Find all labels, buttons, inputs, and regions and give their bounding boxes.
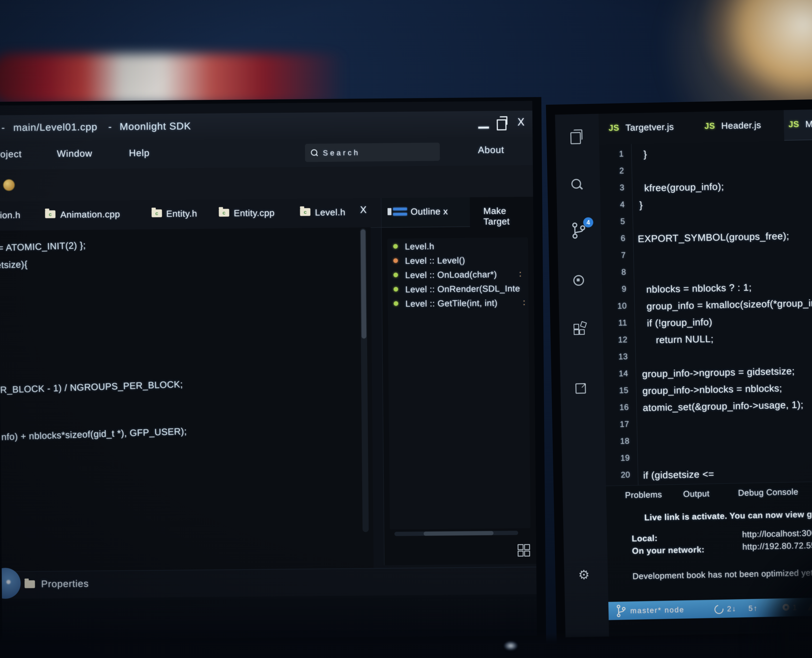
right-monitor-screen: 4 ↗ ⚙ JS Targetver.js JS Header.js JS xyxy=(555,107,812,638)
search-input[interactable]: Search xyxy=(305,143,440,162)
outline-item-label: Level :: GetTile(int, int) xyxy=(405,298,498,309)
menu-about[interactable]: About xyxy=(478,144,504,155)
outline-item-label: Level :: Level() xyxy=(405,255,465,266)
js-file-icon: JS xyxy=(789,119,799,129)
left-monitor: - main/Level01.cpp - Moonlight SDK X roj… xyxy=(0,97,546,648)
terminal-network-label: On your network: xyxy=(632,545,705,556)
panel-empty-area xyxy=(2,594,537,641)
line-number: 15 xyxy=(604,385,629,395)
power-led-glow xyxy=(504,641,517,650)
js-file-icon: JS xyxy=(704,121,715,131)
tab-problems[interactable]: Problems xyxy=(625,489,662,500)
tab-animation-cpp[interactable]: Animation.cpp xyxy=(60,209,120,220)
code-line: kfree(group_info); xyxy=(644,181,724,194)
tab-outline[interactable]: Outline x xyxy=(381,197,470,228)
branch-name[interactable]: master* node xyxy=(630,605,685,615)
line-number: 2 xyxy=(599,166,624,176)
outline-item-suffix: : xyxy=(519,269,521,278)
terminal-local-url[interactable]: http://localhost:3000 xyxy=(742,528,812,539)
editor-scrollbar-thumb[interactable] xyxy=(360,229,366,338)
tab-make-target[interactable]: Make Target xyxy=(483,205,534,227)
menu-project[interactable]: roject xyxy=(0,148,22,159)
tab-label: Map.js xyxy=(805,118,812,129)
source-control-badge: 4 xyxy=(583,217,593,227)
line-number: 13 xyxy=(603,352,628,362)
sync-icon[interactable] xyxy=(713,603,725,616)
tab-output[interactable]: Output xyxy=(683,489,710,499)
tab-map-js-active[interactable]: JS Map.js × xyxy=(784,108,812,141)
code-line: R_BLOCK - 1) / NGROUPS_PER_BLOCK; xyxy=(0,379,183,395)
menubar: roject Window Help Search About xyxy=(0,136,533,170)
desk-shadow xyxy=(0,638,812,658)
line-number: 16 xyxy=(604,403,629,412)
explorer-icon[interactable] xyxy=(570,132,581,144)
tab-debug-console[interactable]: Debug Console xyxy=(738,487,798,498)
c-file-folder-icon: c xyxy=(300,208,310,216)
line-number: 19 xyxy=(605,453,630,463)
outline-item-label: Level :: OnLoad(char*) xyxy=(405,269,497,280)
tab-ion-h[interactable]: ion.h xyxy=(0,210,20,220)
properties-label: Properties xyxy=(41,578,89,590)
tab-entity-h[interactable]: Entity.h xyxy=(166,208,197,219)
minimize-icon[interactable] xyxy=(478,127,489,128)
title-separator: - xyxy=(108,121,112,132)
search-placeholder: Search xyxy=(323,148,360,157)
folder-icon xyxy=(25,580,35,588)
symbol-dot-icon xyxy=(393,273,398,277)
c-file-folder-icon: c xyxy=(45,210,55,218)
symbol-dot-icon xyxy=(393,287,398,291)
left-monitor-screen: - main/Level01.cpp - Moonlight SDK X roj… xyxy=(0,101,537,641)
tab-header-js[interactable]: JS Header.js xyxy=(699,110,778,142)
line-number: 10 xyxy=(602,301,627,311)
js-file-icon: JS xyxy=(609,123,620,133)
tab-close-icon[interactable]: X xyxy=(360,204,367,215)
run-and-debug-icon[interactable] xyxy=(573,275,584,286)
line-number: 1 xyxy=(599,149,624,159)
title-prefix: - xyxy=(1,122,5,133)
outline-items-list: Level.h Level :: Level() Level :: OnLoad… xyxy=(387,237,530,530)
sync-outgoing-count[interactable]: 5↑ xyxy=(748,604,758,613)
photo-of-dual-monitor-workspace: - main/Level01.cpp - Moonlight SDK X roj… xyxy=(0,0,812,658)
code-line: if (gidsetsize <= xyxy=(643,468,714,481)
app-logo-icon[interactable] xyxy=(3,179,15,191)
code-line: nfo) + nblocks*sizeof(gid_t *), GFP_USER… xyxy=(1,426,187,442)
code-editor[interactable]: = ATOMIC_INIT(2) }; etsize){ R_BLOCK - 1… xyxy=(0,227,374,572)
menu-help[interactable]: Help xyxy=(129,147,150,158)
sync-incoming-count[interactable]: 2↓ xyxy=(727,604,737,613)
git-branch-icon[interactable] xyxy=(616,605,626,618)
code-line: EXPORT_SYMBOL(groups_free); xyxy=(638,230,789,244)
line-number: 9 xyxy=(602,284,627,294)
tab-level-h[interactable]: Level.h xyxy=(315,207,346,218)
line-number: 14 xyxy=(604,369,628,379)
terminal-network-url[interactable]: http://192.80.72.55.91:3000 xyxy=(742,540,812,551)
outline-item-label: Level.h xyxy=(405,241,435,252)
search-icon[interactable] xyxy=(571,179,581,189)
menu-window[interactable]: Window xyxy=(57,148,92,159)
line-number: 18 xyxy=(605,436,630,446)
settings-gear-icon[interactable]: ⚙ xyxy=(578,567,590,582)
bottom-panel: Problems Output Debug Console Terminal L… xyxy=(606,479,812,602)
search-icon xyxy=(311,149,317,156)
symbol-dot-icon xyxy=(393,244,398,249)
outline-item-label: Level :: OnRender(SDL_Inte xyxy=(405,284,520,295)
code-line: if (!group_info) xyxy=(647,316,712,329)
code-content: = ATOMIC_INIT(2) }; etsize){ R_BLOCK - 1… xyxy=(0,222,377,575)
restore-icon[interactable] xyxy=(497,119,507,130)
line-number: 5 xyxy=(601,216,625,227)
window-title-app: Moonlight SDK xyxy=(119,120,191,132)
outline-scrollbar-thumb[interactable] xyxy=(424,531,494,536)
outline-list-icon xyxy=(393,213,407,216)
symbol-dot-icon xyxy=(393,258,398,263)
tab-label: Header.js xyxy=(721,119,761,131)
line-number: 7 xyxy=(601,251,626,260)
tab-targetver-js[interactable]: JS Targetver.js xyxy=(604,112,692,144)
code-line: group_info->nblocks = nblocks; xyxy=(642,382,782,396)
terminal-live-link-line: Live link is activate. You can now view … xyxy=(644,508,812,522)
window-title-file: main/Level01.cpp xyxy=(13,121,97,133)
tab-entity-cpp[interactable]: Entity.cpp xyxy=(234,207,275,218)
line-number: 12 xyxy=(603,335,627,345)
close-icon[interactable]: X xyxy=(518,116,524,128)
window-titlebar[interactable]: - main/Level01.cpp - Moonlight SDK X xyxy=(0,111,532,141)
open-external-icon[interactable]: ↗ xyxy=(576,383,586,394)
outline-list-icon xyxy=(393,208,407,211)
